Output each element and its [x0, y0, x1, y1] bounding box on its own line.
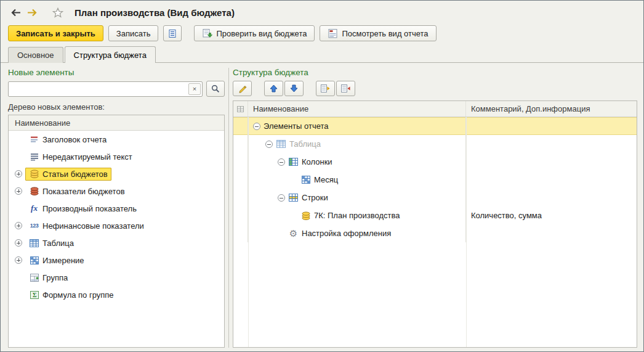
static-text-icon [29, 152, 39, 162]
list-item-nonfinancial[interactable]: Нефинансовые показатели [9, 217, 224, 234]
document-check-icon [202, 29, 212, 38]
move-down-button[interactable] [284, 81, 304, 96]
edit-button[interactable] [233, 81, 252, 96]
expand-plus-icon[interactable] [15, 222, 22, 229]
clear-search-icon[interactable] [188, 83, 201, 95]
report-header-icon [29, 135, 39, 144]
check-budget-view-label: Проверить вид бюджета [216, 29, 307, 38]
tree-row-production-plan[interactable]: 7К: План производства Количество, сумма [233, 207, 637, 224]
tree-row-columns[interactable]: Колонки [233, 153, 637, 171]
list-item-group-formula[interactable]: Σ Формула по группе [9, 286, 224, 303]
expander-spacer [15, 205, 22, 212]
collapse-all-button[interactable] [336, 81, 355, 96]
back-button[interactable] [8, 5, 24, 20]
list-item-group[interactable]: Группа [9, 269, 224, 286]
list-item-table[interactable]: Таблица [9, 234, 224, 252]
tree-row-label: Колонки [302, 157, 332, 166]
search-button[interactable] [206, 81, 225, 97]
coins-yellow-icon [300, 211, 311, 220]
tab-budget-structure-label: Структура бюджета [74, 51, 147, 60]
svg-text:Σ: Σ [33, 292, 37, 298]
expand-all-button[interactable] [316, 81, 335, 96]
save-close-button[interactable]: Записать и закрыть [8, 25, 103, 41]
tree-row-label: Элементы отчета [264, 121, 329, 131]
coins-yellow-icon [29, 170, 39, 179]
move-up-button[interactable] [264, 81, 283, 96]
search-row [8, 81, 225, 97]
save-button[interactable]: Записать [108, 25, 159, 41]
row-marker-cell [233, 153, 248, 171]
list-item-label: Заголовок отчета [42, 135, 107, 144]
expander-spacer [290, 212, 297, 219]
list-icon [167, 29, 178, 38]
grid-corner-icon[interactable] [233, 101, 248, 117]
favorites-star-icon[interactable] [50, 5, 66, 20]
list-item-static-text[interactable]: Нередактируемый текст [9, 148, 224, 165]
collapse-minus-icon[interactable] [265, 141, 273, 148]
left-column-header[interactable]: Наименование [9, 115, 224, 131]
list-item-derived-indicator[interactable]: Производный показатель [9, 200, 224, 217]
rows-icon [288, 193, 299, 202]
group-icon [29, 273, 39, 282]
view-report-button[interactable]: Посмотреть вид отчета [320, 25, 436, 41]
save-menu-button[interactable] [163, 25, 182, 41]
panel-splitter[interactable] [225, 68, 233, 348]
tree-row-label: 7К: План производства [314, 211, 400, 220]
arrow-up-icon [268, 84, 279, 93]
list-item-report-header[interactable]: Заголовок отчета [9, 131, 224, 148]
expand-plus-icon[interactable] [15, 256, 22, 264]
new-elements-panel: Новые элементы Дерево новых элементов: Н… [8, 68, 225, 348]
dimension-icon [29, 256, 39, 265]
tree-row-report-elements[interactable]: Элементы отчета [233, 117, 637, 135]
app-window: План производства (Вид бюджета) Записать… [0, 0, 644, 352]
tree-row-month[interactable]: Месяц [233, 171, 637, 189]
collapse-minus-icon[interactable] [253, 123, 260, 130]
expand-plus-icon[interactable] [15, 170, 22, 178]
row-marker-cell [233, 207, 248, 224]
tree-row-comment [466, 224, 637, 242]
expand-plus-icon[interactable] [15, 187, 22, 195]
expander-spacer [15, 291, 22, 298]
numbers-123-icon [29, 221, 39, 231]
tab-budget-structure[interactable]: Структура бюджета [65, 46, 156, 63]
tree-level-buttons-group [316, 81, 355, 96]
move-buttons-group [264, 81, 304, 96]
check-budget-view-button[interactable]: Проверить вид бюджета [194, 25, 315, 41]
expander-spacer [278, 230, 285, 237]
search-input[interactable] [9, 82, 188, 96]
arrow-left-icon [11, 8, 22, 17]
expand-plus-icon[interactable] [15, 239, 22, 247]
tree-row-comment [466, 135, 637, 153]
tab-bar: Основное Структура бюджета [1, 46, 643, 63]
tree-row-label: Таблица [289, 139, 321, 149]
column-header-comment[interactable]: Комментарий, Доп.информация [466, 101, 637, 117]
list-item-budget-indicators[interactable]: Показатели бюджетов [9, 182, 224, 200]
list-item-label: Производный показатель [42, 204, 137, 213]
tree-row-formatting-settings[interactable]: Настройка оформления [233, 224, 637, 242]
list-item-dimension[interactable]: Измерение [9, 252, 224, 269]
document-report-icon [328, 29, 338, 38]
row-marker-cell [233, 117, 248, 135]
list-item-label: Нефинансовые показатели [42, 221, 144, 231]
expander-spacer [15, 153, 22, 160]
collapse-minus-icon[interactable] [278, 158, 285, 166]
expander-spacer [290, 176, 297, 184]
pencil-icon [237, 84, 248, 93]
collapse-minus-icon[interactable] [278, 194, 285, 202]
list-item-budget-items[interactable]: Статьи бюджетов [9, 165, 224, 182]
arrow-down-icon [289, 84, 299, 93]
table-icon [29, 239, 39, 248]
tree-row-label: Строки [302, 193, 328, 202]
tree-row-table[interactable]: Таблица [233, 135, 637, 153]
forward-button[interactable] [24, 5, 40, 20]
column-header-name[interactable]: Наименование [248, 101, 466, 117]
tree-row-label: Настройка оформления [302, 229, 391, 238]
page-title: План производства (Вид бюджета) [74, 7, 235, 18]
tree-row-comment [466, 153, 637, 171]
tab-main[interactable]: Основное [8, 47, 63, 63]
columns-icon [288, 157, 299, 166]
tree-row-rows[interactable]: Строки [233, 189, 637, 207]
new-elements-title: Новые элементы [8, 68, 225, 77]
list-item-label: Показатели бюджетов [42, 187, 125, 196]
row-marker-cell [233, 189, 248, 207]
